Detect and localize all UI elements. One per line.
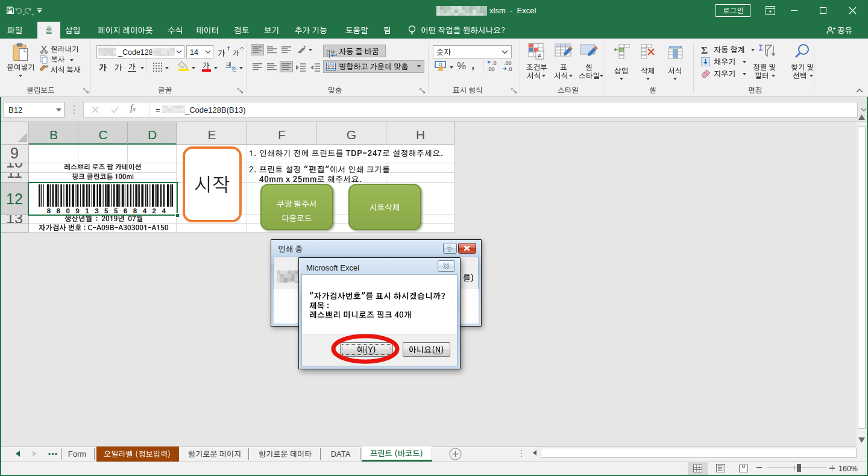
svg-text:.00: .00 — [504, 60, 512, 66]
svg-text:.0: .0 — [508, 66, 512, 72]
svg-text:.00: .00 — [487, 66, 495, 72]
svg-text:.0: .0 — [492, 60, 497, 66]
svg-text:≠: ≠ — [538, 52, 541, 59]
